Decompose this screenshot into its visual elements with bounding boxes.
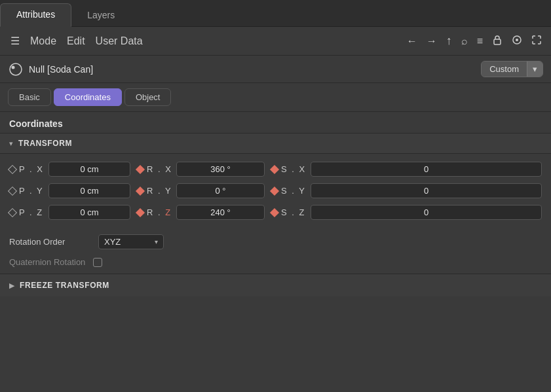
field-py: P . Y (9, 183, 130, 198)
mode-label: Mode (30, 35, 56, 47)
field-sz: S . Z (271, 205, 542, 220)
transform-collapse-icon: ▾ (9, 139, 13, 148)
sy-label: S . Y (281, 186, 307, 196)
userdata-label: User Data (96, 35, 143, 47)
filter-icon[interactable]: ≡ (474, 33, 485, 50)
forward-icon[interactable]: → (424, 33, 440, 50)
rz-input[interactable] (176, 205, 265, 220)
py-input[interactable] (48, 183, 130, 198)
quaternion-checkbox[interactable] (93, 258, 102, 267)
subtab-coordinates[interactable]: Coordinates (54, 88, 122, 106)
field-rz: R . Z (137, 205, 265, 220)
ry-keyframe-icon[interactable] (136, 186, 145, 195)
px-keyframe-icon[interactable] (8, 164, 17, 173)
field-sy: S . Y (271, 183, 542, 198)
object-name: Null [Soda Can] (29, 64, 481, 75)
custom-dropdown-label: Custom (482, 62, 527, 77)
field-pz: P . Z (9, 205, 130, 220)
custom-dropdown[interactable]: Custom ▾ (481, 61, 543, 77)
rz-label: R . Z (147, 207, 173, 217)
freeze-transform-header[interactable]: ▶ FREEZE TRANSFORM (0, 274, 551, 296)
freeze-label: FREEZE TRANSFORM (20, 281, 109, 290)
object-icon (8, 62, 24, 77)
up-icon[interactable]: ↑ (444, 31, 455, 50)
svg-point-2 (516, 39, 518, 41)
field-sx: S . X (271, 162, 542, 177)
edit-button[interactable]: Edit (63, 33, 89, 50)
rz-keyframe-icon[interactable] (136, 207, 145, 217)
py-label: P . Y (19, 186, 45, 196)
rotation-order-row: Rotation Order XYZ ▾ (0, 229, 551, 255)
pz-label: P . Z (19, 207, 45, 217)
transform-label: TRANSFORM (18, 139, 72, 148)
field-px: P . X (9, 162, 130, 177)
rotation-order-dropdown[interactable]: XYZ ▾ (98, 234, 164, 249)
subtab-bar: Basic Coordinates Object (0, 83, 551, 112)
rx-input[interactable] (176, 162, 265, 177)
toolbar: ☰ Mode Edit User Data ← → ↑ ⌕ ≡ (0, 27, 551, 56)
sz-label: S . Z (281, 207, 307, 217)
target-icon[interactable] (509, 32, 525, 50)
lock-icon[interactable] (489, 32, 505, 50)
ry-label: R . Y (147, 186, 173, 196)
field-ry: R . Y (137, 183, 265, 198)
field-rx: R . X (137, 162, 265, 177)
sy-input[interactable] (311, 183, 542, 198)
subtab-object[interactable]: Object (124, 88, 172, 106)
px-label: P . X (19, 164, 45, 174)
edit-label: Edit (67, 35, 85, 47)
rotation-order-value: XYZ (104, 237, 149, 247)
sx-keyframe-icon[interactable] (270, 164, 279, 173)
sz-keyframe-icon[interactable] (270, 207, 279, 217)
freeze-collapse-icon: ▶ (9, 281, 14, 290)
quaternion-label: Quaternion Rotation (9, 257, 85, 267)
tab-bar: Attributes Layers (0, 0, 551, 27)
svg-point-4 (12, 65, 15, 69)
back-icon[interactable]: ← (404, 33, 420, 50)
custom-dropdown-arrow[interactable]: ▾ (527, 62, 542, 77)
pz-keyframe-icon[interactable] (8, 207, 17, 217)
section-title: Coordinates (0, 112, 551, 133)
toolbar-right: ← → ↑ ⌕ ≡ (404, 31, 544, 50)
menu-icon: ☰ (10, 35, 20, 47)
expand-icon[interactable] (529, 32, 544, 50)
rotation-order-arrow: ▾ (155, 238, 158, 245)
sx-input[interactable] (311, 162, 542, 177)
rotation-order-label: Rotation Order (9, 237, 88, 247)
userdata-button[interactable]: User Data (92, 33, 147, 50)
mode-button[interactable]: Mode (26, 33, 60, 50)
rz-z-char: Z (165, 207, 172, 217)
quaternion-row: Quaternion Rotation (0, 255, 551, 274)
px-input[interactable] (48, 162, 130, 177)
rx-keyframe-icon[interactable] (136, 164, 145, 173)
svg-rect-0 (494, 39, 501, 45)
subtab-basic[interactable]: Basic (8, 88, 51, 106)
sx-label: S . X (281, 164, 307, 174)
rx-label: R . X (147, 164, 173, 174)
menu-button[interactable]: ☰ (7, 32, 24, 50)
tab-layers[interactable]: Layers (71, 5, 130, 27)
transform-fields: P . X R . X S . X P . Y R . Y (0, 154, 551, 229)
svg-point-3 (10, 63, 22, 75)
pz-input[interactable] (48, 205, 130, 220)
transform-header[interactable]: ▾ TRANSFORM (0, 133, 551, 154)
object-header: Null [Soda Can] Custom ▾ (0, 56, 551, 83)
tab-attributes[interactable]: Attributes (0, 3, 71, 27)
sy-keyframe-icon[interactable] (270, 186, 279, 195)
search-icon[interactable]: ⌕ (459, 33, 470, 50)
sz-input[interactable] (311, 205, 542, 220)
ry-input[interactable] (176, 183, 265, 198)
py-keyframe-icon[interactable] (8, 186, 17, 195)
